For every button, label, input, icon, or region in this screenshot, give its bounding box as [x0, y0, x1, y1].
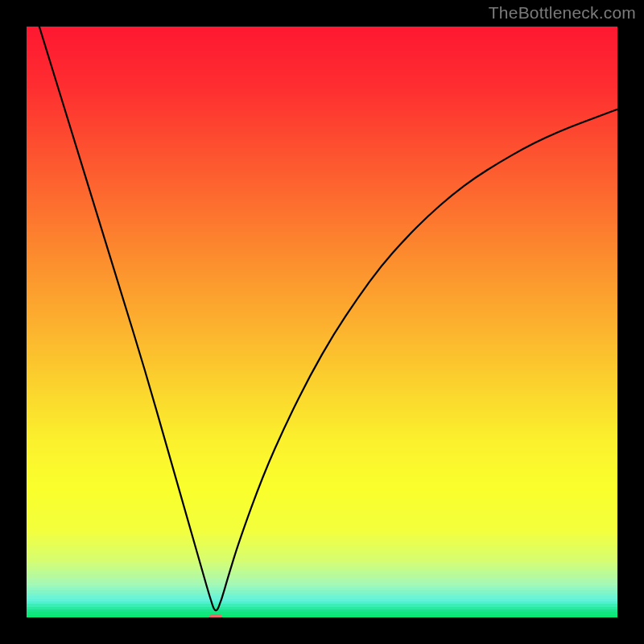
chart-frame: TheBottleneck.com	[0, 0, 644, 644]
min-marker	[209, 614, 222, 617]
watermark-text: TheBottleneck.com	[489, 3, 636, 23]
plot-area	[27, 27, 617, 617]
